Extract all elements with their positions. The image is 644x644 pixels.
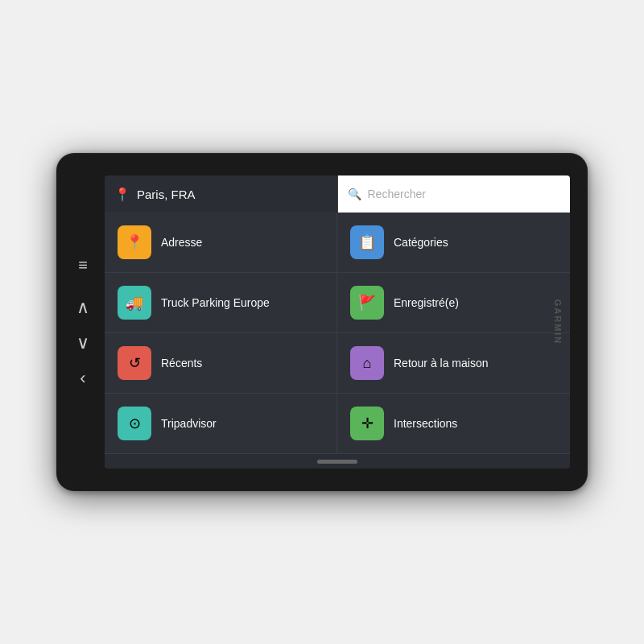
menu-item-tripadvisor[interactable]: ⊙Tripadvisor <box>105 394 337 454</box>
menu-label-truck-parking: Truck Parking Europe <box>161 295 270 310</box>
garmin-device: ≡ ∧ ∨ ‹ 📍 Paris, FRA 🔍 Rechercher 📍Adres… <box>56 153 588 491</box>
menu-label-adresse: Adresse <box>161 235 202 250</box>
menu-icon-intersections: ✛ <box>350 407 384 440</box>
device-body: ≡ ∧ ∨ ‹ 📍 Paris, FRA 🔍 Rechercher 📍Adres… <box>56 153 588 491</box>
menu-icon-tripadvisor: ⊙ <box>118 407 151 440</box>
menu-item-intersections[interactable]: ✛Intersections <box>337 394 570 454</box>
menu-icon-recents: ↺ <box>118 346 151 380</box>
menu-label-intersections: Intersections <box>394 416 457 431</box>
left-controls: ≡ ∧ ∨ ‹ <box>66 153 100 491</box>
location-box[interactable]: 📍 Paris, FRA <box>105 175 338 213</box>
search-placeholder: Rechercher <box>368 188 426 200</box>
down-button[interactable]: ∨ <box>76 332 89 353</box>
back-button[interactable]: ‹ <box>80 368 85 389</box>
menu-item-recents[interactable]: ↺Récents <box>105 333 337 394</box>
menu-button[interactable]: ≡ <box>78 256 88 275</box>
menu-icon-retour-maison: ⌂ <box>350 346 384 380</box>
search-box[interactable]: 🔍 Rechercher <box>338 175 571 213</box>
menu-item-retour-maison[interactable]: ⌂Retour à la maison <box>337 333 570 394</box>
scroll-bar <box>317 460 357 464</box>
garmin-brand-label: GARMIN <box>554 299 564 345</box>
menu-label-recents: Récents <box>161 356 202 370</box>
menu-label-enregistre: Enregistré(e) <box>394 295 459 310</box>
search-icon: 🔍 <box>348 188 361 200</box>
header-row: 📍 Paris, FRA 🔍 Rechercher <box>105 175 570 213</box>
menu-icon-categories: 📋 <box>350 225 384 259</box>
menu-label-tripadvisor: Tripadvisor <box>161 416 217 431</box>
menu-label-categories: Catégories <box>394 235 448 250</box>
scroll-indicator <box>105 454 570 469</box>
menu-icon-truck-parking: 🚚 <box>118 286 151 320</box>
location-text: Paris, FRA <box>137 188 196 201</box>
menu-item-truck-parking[interactable]: 🚚Truck Parking Europe <box>105 273 337 333</box>
menu-item-categories[interactable]: 📋Catégories <box>337 213 570 273</box>
up-button[interactable]: ∧ <box>76 297 89 318</box>
menu-item-adresse[interactable]: 📍Adresse <box>105 213 337 273</box>
location-pin-icon: 📍 <box>114 187 130 202</box>
menu-item-enregistre[interactable]: 🚩Enregistré(e) <box>337 273 570 333</box>
screen: 📍 Paris, FRA 🔍 Rechercher 📍Adresse📋Catég… <box>105 175 570 469</box>
menu-icon-enregistre: 🚩 <box>350 286 384 320</box>
menu-label-retour-maison: Retour à la maison <box>394 356 489 370</box>
menu-icon-adresse: 📍 <box>118 225 151 259</box>
menu-grid: 📍Adresse📋Catégories🚚Truck Parking Europe… <box>105 213 570 454</box>
